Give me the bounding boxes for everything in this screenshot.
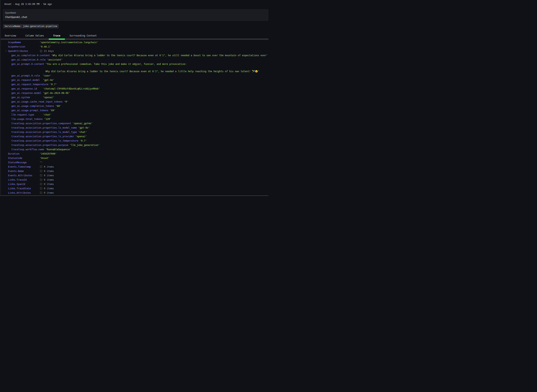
dot-separator: · <box>13 3 14 5</box>
attribute-key: gen_ai.request.temperature <box>11 83 50 86</box>
quote-mark <box>50 113 51 116</box>
attribute-value: gpt-4o <box>43 78 54 82</box>
array-brackets-icon: [] <box>40 174 42 177</box>
attribute-value-text: 0 <box>65 100 67 103</box>
service-name-badge[interactable]: ServiceName: joke-generation-pipeline <box>3 24 59 28</box>
attribute-value-text: assistant <box>48 58 61 61</box>
tab-overview[interactable]: Overview <box>5 31 16 38</box>
trace-row: llm.request.typechat <box>11 113 269 117</box>
attribute-value-text: 0.7 <box>81 140 85 142</box>
attribute-value: openai <box>75 135 87 138</box>
attribute-key: gen_ai.prompt.0.content <box>11 62 46 73</box>
attribute-value: assistant <box>47 58 63 62</box>
attribute-value-text: gpt-4o-2024-08-06 <box>44 92 69 94</box>
attribute-key: gen_ai.completion.0.role <box>11 58 47 62</box>
quote-mark <box>98 144 100 146</box>
meta-count-text: 0 items <box>44 165 54 168</box>
attribute-value: llm_joke_generation <box>69 143 100 147</box>
attribute-value-text: user <box>44 74 50 77</box>
attribute-value: 0 <box>64 100 68 104</box>
trace-row: traceloop.association.properties.compone… <box>11 122 269 126</box>
attribute-value-text: You are a professional comedian. Take th… <box>46 63 258 73</box>
trace-row: traceloop.association.properties.ls_mode… <box>11 130 269 134</box>
trace-rows: ScopeNameopentelemetry.instrumentation.l… <box>0 40 268 195</box>
quote-mark <box>51 54 53 57</box>
tab-column-values[interactable]: Column Values <box>25 31 44 38</box>
attribute-key[interactable]: SpanAttributes <box>8 49 40 53</box>
quote-mark <box>69 144 71 146</box>
attribute-value: opentelemetry.instrumentation.langchain <box>40 41 98 44</box>
attribute-meta: [] 0 items <box>40 182 54 186</box>
trace-row: traceloop.association.properties.purpose… <box>11 143 269 147</box>
trace-row: Links.SpanId[] 0 items <box>8 182 268 186</box>
tab-bar: OverviewColumn ValuesTraceSurrounding Co… <box>0 31 268 40</box>
trace-row: gen_ai.response.idchatcmpl-C9YA9GcFdQonX… <box>11 87 269 91</box>
attribute-key: ScopeName <box>8 41 40 44</box>
trace-row: gen_ai.response.modelgpt-4o-2024-08-06 <box>11 91 269 95</box>
attribute-value: 2450297000 <box>40 152 57 156</box>
trace-row: llm.usage.total_tokens129 <box>11 117 269 121</box>
attribute-value: 69 <box>50 109 56 112</box>
tab-trace[interactable]: Trace <box>53 31 60 38</box>
quote-mark <box>64 100 65 103</box>
attribute-key: traceloop.workflow.name <box>11 148 46 151</box>
attribute-value-text: 0.46.1 <box>41 45 50 48</box>
attribute-key: gen_ai.usage.cache_read_input_tokens <box>11 100 64 104</box>
trace-row: gen_ai.systemopenai <box>11 96 269 99</box>
span-name-panel: SpanName ChatOpenAI.chat <box>3 9 268 21</box>
quote-mark <box>43 87 44 90</box>
attribute-key: traceloop.association.properties.compone… <box>11 122 73 126</box>
attribute-meta: [] 0 items <box>40 178 54 182</box>
attribute-value-text: RunnableSequence <box>47 148 70 151</box>
attribute-meta: [] 0 items <box>40 169 54 173</box>
attribute-value: chat <box>43 113 51 117</box>
trace-row: Duration2450297000 <box>8 152 268 156</box>
trace-row: StatusCodeUnset <box>8 156 268 160</box>
trace-row: Links.TraceId[] 0 items <box>8 178 268 182</box>
trace-row: gen_ai.usage.completion_tokens60 <box>11 104 269 108</box>
attribute-value: Why did Carlos Alcaraz bring a ladder to… <box>51 54 268 57</box>
attribute-value-text: llm_joke_generation <box>71 144 98 146</box>
quote-mark <box>43 74 44 77</box>
attribute-value-text: gpt-4o <box>80 126 88 129</box>
trace-row: Events.Timestamp[] 0 items <box>8 165 268 169</box>
quote-mark <box>44 118 45 121</box>
array-brackets-icon: [] <box>40 178 42 181</box>
trace-row: Links.Attributes[] 0 items <box>8 191 268 195</box>
attribute-key: gen_ai.usage.completion_tokens <box>11 104 56 108</box>
trace-row: traceloop.workflow.nameRunnableSequence <box>11 148 269 151</box>
dot-separator: · <box>41 3 42 5</box>
tab-surrounding-context[interactable]: Surrounding Context <box>69 31 97 38</box>
attribute-key: gen_ai.system <box>11 96 43 99</box>
quote-mark <box>53 96 54 99</box>
trace-row: Events.Name[] 0 items <box>8 169 268 173</box>
attribute-value: RunnableSequence <box>46 148 71 151</box>
horizontal-scrollbar[interactable] <box>0 195 268 196</box>
attribute-key: ScopeVersion <box>8 45 40 49</box>
trace-row: StatusMessage <box>8 161 268 164</box>
quote-mark <box>43 113 44 116</box>
quote-mark <box>91 122 93 125</box>
quote-mark <box>43 92 44 94</box>
meta-count-text: 0 items <box>44 178 54 181</box>
quote-mark <box>53 79 54 81</box>
quote-mark <box>41 161 42 164</box>
quote-mark <box>46 148 47 151</box>
array-brackets-icon: [] <box>40 170 42 173</box>
collapse-caret-icon[interactable] <box>5 50 6 53</box>
attribute-value-text: openai <box>77 135 85 138</box>
panel-left-edge <box>0 0 1 196</box>
attribute-key: Links.Attributes <box>8 191 40 195</box>
attribute-meta: [] 0 items <box>40 165 54 169</box>
quote-mark <box>43 96 44 99</box>
quote-mark <box>78 126 80 129</box>
attribute-value-text: 2450297000 <box>41 152 55 155</box>
meta-count-text: 0 items <box>44 174 54 177</box>
attribute-value: user <box>43 74 51 78</box>
attribute-value-text: opentelemetry.instrumentation.langchain <box>41 41 97 44</box>
quote-mark <box>85 131 87 134</box>
attribute-value: 60 <box>56 104 61 108</box>
attribute-meta: [] 0 items <box>40 191 54 195</box>
tab-label: Surrounding Context <box>69 34 97 37</box>
object-braces-icon: {} <box>40 50 42 52</box>
